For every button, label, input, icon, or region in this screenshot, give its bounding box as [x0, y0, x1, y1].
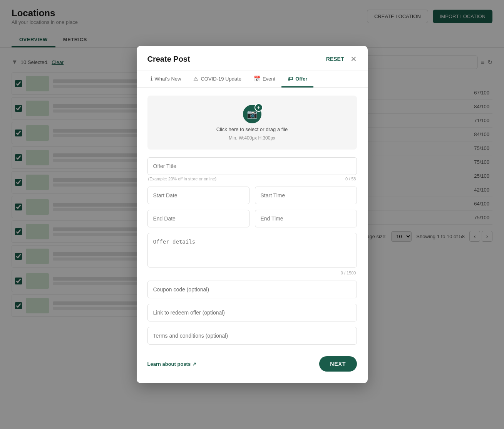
redeem-link-input[interactable]: [147, 304, 357, 321]
tab-offer[interactable]: 🏷 Offer: [281, 71, 313, 87]
reset-button[interactable]: RESET: [326, 56, 344, 62]
offer-title-input[interactable]: [147, 157, 357, 175]
close-button[interactable]: ✕: [350, 54, 357, 64]
offer-details-count: 0 / 1500: [341, 271, 356, 275]
tab-whats-new-label: What's New: [155, 76, 181, 82]
upload-icon: 📷: [243, 105, 261, 123]
tab-covid-label: COVID-19 Update: [201, 76, 241, 82]
create-post-modal: Create Post RESET ✕ ℹ What's New ⚠ COVID…: [137, 46, 368, 383]
learn-about-posts-link[interactable]: Learn about posts ↗: [147, 361, 197, 367]
offer-details-textarea[interactable]: [147, 233, 357, 267]
offer-title-hint: (Example: 20% off in store or online) 0 …: [147, 177, 357, 181]
tab-offer-label: Offer: [295, 76, 307, 82]
modal-title: Create Post: [147, 55, 190, 64]
coupon-group: [137, 281, 368, 298]
end-date-input[interactable]: [147, 210, 249, 227]
tab-covid[interactable]: ⚠ COVID-19 Update: [187, 71, 248, 87]
post-type-tabs: ℹ What's New ⚠ COVID-19 Update 📅 Event 🏷…: [137, 71, 368, 88]
offer-details-group: 0 / 1500: [137, 233, 368, 275]
tab-event-label: Event: [263, 76, 275, 82]
upload-subtext: Min. W:400px H:300px: [229, 135, 275, 141]
offer-details-hint: 0 / 1500: [147, 271, 357, 275]
modal-overlay: Create Post RESET ✕ ℹ What's New ⚠ COVID…: [0, 0, 504, 429]
offer-title-count: 0 / 58: [345, 177, 356, 181]
tab-event[interactable]: 📅 Event: [248, 71, 281, 87]
covid-icon: ⚠: [193, 76, 198, 82]
next-button[interactable]: NEXT: [319, 356, 357, 372]
tab-whats-new[interactable]: ℹ What's New: [144, 71, 188, 87]
upload-area[interactable]: 📷 Click here to select or drag a file Mi…: [147, 96, 357, 150]
offer-title-group: (Example: 20% off in store or online) 0 …: [137, 157, 368, 181]
start-date-input[interactable]: [147, 187, 249, 204]
coupon-input[interactable]: [147, 281, 357, 298]
start-date-row: [137, 187, 368, 204]
upload-text: Click here to select or drag a file: [216, 126, 288, 132]
redeem-link-group: [137, 304, 368, 321]
offer-title-example: (Example: 20% off in store or online): [148, 177, 217, 181]
whats-new-icon: ℹ: [151, 76, 152, 82]
end-time-input[interactable]: [255, 210, 357, 227]
modal-header-right: RESET ✕: [326, 54, 357, 64]
modal-footer: Learn about posts ↗ NEXT: [137, 350, 368, 372]
learn-about-posts-label: Learn about posts: [147, 361, 191, 367]
modal-header: Create Post RESET ✕: [137, 46, 368, 71]
terms-group: [137, 327, 368, 345]
terms-input[interactable]: [147, 327, 357, 345]
end-date-row: [137, 210, 368, 227]
start-time-input[interactable]: [255, 187, 357, 204]
external-link-icon: ↗: [192, 361, 196, 367]
event-icon: 📅: [254, 76, 260, 82]
offer-icon: 🏷: [288, 76, 293, 82]
